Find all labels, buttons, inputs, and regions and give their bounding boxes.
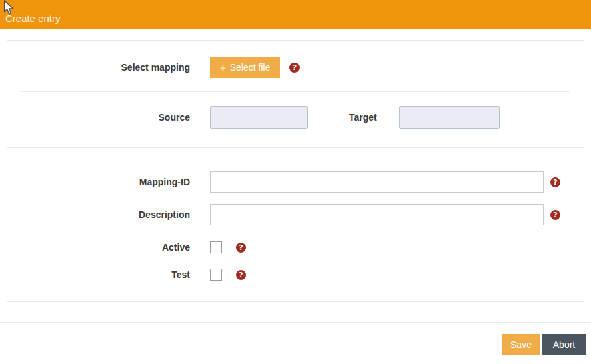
abort-button[interactable]: Abort	[542, 334, 586, 355]
source-label: Source	[21, 112, 190, 123]
mapping-id-input[interactable]	[210, 171, 544, 193]
select-mapping-label: Select mapping	[21, 62, 190, 73]
source-input	[210, 106, 308, 129]
description-row: Description ?	[21, 204, 570, 225]
panel-divider	[21, 91, 570, 92]
target-input	[399, 106, 500, 129]
footer-actions: Save Abort	[0, 323, 591, 355]
source-target-row: Source Target	[21, 106, 570, 129]
active-help-icon[interactable]: ?	[236, 243, 246, 253]
save-button[interactable]: Save	[502, 334, 540, 355]
mapping-id-row: Mapping-ID ?	[21, 171, 570, 193]
select-mapping-row: Select mapping + Select file ?	[21, 57, 570, 78]
active-checkbox[interactable]	[210, 241, 222, 253]
entry-details-panel: Mapping-ID ? Description ? Active ? Test…	[7, 157, 584, 302]
mapping-upload-panel: Select mapping + Select file ? Source Ta…	[7, 40, 584, 148]
test-label: Test	[21, 269, 190, 280]
active-label: Active	[21, 242, 190, 253]
page-title: Create entry	[5, 13, 61, 23]
select-file-button[interactable]: + Select file	[210, 57, 280, 78]
active-row: Active ?	[21, 241, 570, 253]
select-mapping-help-icon[interactable]: ?	[289, 63, 300, 73]
header-bar: Create entry	[0, 0, 591, 29]
description-label: Description	[21, 209, 190, 220]
test-row: Test ?	[21, 269, 570, 281]
description-help-icon[interactable]: ?	[550, 210, 560, 220]
select-file-button-label: Select file	[230, 62, 271, 73]
test-help-icon[interactable]: ?	[236, 270, 246, 280]
plus-icon: +	[220, 63, 226, 73]
mapping-id-label: Mapping-ID	[21, 177, 190, 187]
description-input[interactable]	[210, 204, 544, 225]
mapping-id-help-icon[interactable]: ?	[550, 177, 560, 187]
test-checkbox[interactable]	[210, 269, 222, 281]
target-label: Target	[349, 112, 377, 123]
